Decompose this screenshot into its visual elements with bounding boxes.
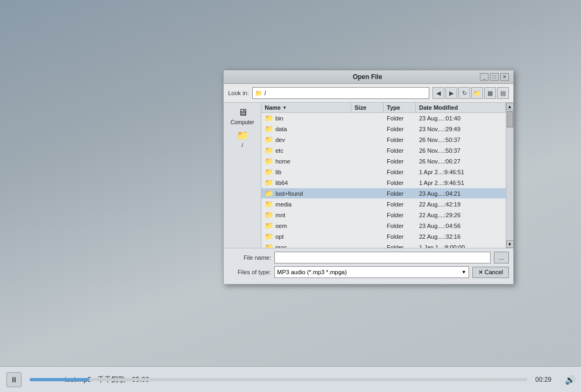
dialog-titlebar: Open File _ □ ✕ xyxy=(224,70,513,84)
file-type-cell: Folder xyxy=(384,199,416,209)
table-row[interactable]: 📁 proc Folder 1 Jan 1...:8:00:00 xyxy=(261,242,506,248)
col-type[interactable]: Type xyxy=(384,103,416,112)
file-name: lost+found xyxy=(275,190,303,197)
close-button[interactable]: ✕ xyxy=(500,73,509,81)
file-type-cell: Folder xyxy=(384,188,416,198)
view-icons-button[interactable]: ▦ xyxy=(484,87,496,99)
view-list-button[interactable]: ▤ xyxy=(497,87,509,99)
file-date: 1 Apr 2...:9:46:51 xyxy=(419,180,464,186)
file-date: 22 Aug....:42:19 xyxy=(419,201,460,208)
progress-bar[interactable] xyxy=(30,378,527,381)
sidebar-item-computer[interactable]: 🖥 Computer xyxy=(226,105,259,127)
table-row[interactable]: 📁 etc Folder 26 Nov....:50:37 xyxy=(261,145,506,156)
file-name: bin xyxy=(275,115,284,122)
title-buttons: _ □ ✕ xyxy=(480,73,509,81)
file-name-label: File name: xyxy=(228,254,271,261)
file-name: lib64 xyxy=(275,180,288,186)
col-date[interactable]: Date Modified xyxy=(416,103,506,112)
file-size-cell xyxy=(351,124,384,134)
file-name: proc xyxy=(275,244,287,248)
sidebar-item-root[interactable]: 📁 / xyxy=(226,127,259,151)
table-row[interactable]: 📁 opt Folder 22 Aug....:32:16 xyxy=(261,231,506,242)
table-row[interactable]: 📁 lib64 Folder 1 Apr 2...:9:46:51 xyxy=(261,177,506,188)
file-date: 23 Nov....:29:49 xyxy=(419,126,460,132)
file-size-cell xyxy=(351,156,384,166)
scroll-thumb[interactable] xyxy=(507,111,513,127)
table-row[interactable]: 📁 lib Folder 1 Apr 2...:9:46:51 xyxy=(261,167,506,177)
file-date: 26 Nov....:06:27 xyxy=(419,158,460,165)
file-name: media xyxy=(275,201,292,208)
col-size[interactable]: Size xyxy=(351,103,384,112)
file-type-cell: Folder xyxy=(384,242,416,248)
file-date: 23 Aug....:04:56 xyxy=(419,223,460,229)
file-type: Folder xyxy=(387,233,403,240)
table-row[interactable]: 📁 data Folder 23 Nov....:29:49 xyxy=(261,124,506,134)
dialog-body: 🖥 Computer 📁 / Name ▼ Size Type xyxy=(224,103,513,248)
play-pause-button[interactable]: ⏸ xyxy=(6,372,22,387)
folder-icon: 📁 xyxy=(265,232,273,240)
table-row[interactable]: 📁 dev Folder 26 Nov....:50:37 xyxy=(261,134,506,145)
scroll-up-button[interactable]: ▲ xyxy=(506,103,514,110)
table-row[interactable]: 📁 bin Folder 23 Aug....:01:40 xyxy=(261,113,506,124)
table-row[interactable]: 📁 media Folder 22 Aug....:42:19 xyxy=(261,199,506,210)
file-type-cell: Folder xyxy=(384,113,416,123)
time-display: 00:29 xyxy=(535,376,551,383)
computer-icon: 🖥 xyxy=(238,107,247,118)
file-name: home xyxy=(275,158,290,165)
file-date: 1 Apr 2...:9:46:51 xyxy=(419,169,464,175)
file-type-cell: Folder xyxy=(384,145,416,155)
pause-icon: ⏸ xyxy=(10,375,18,384)
look-in-combo[interactable]: 📁 / xyxy=(252,87,429,99)
sidebar-item-root-label: / xyxy=(242,142,243,148)
file-date-cell: 23 Aug....:04:21 xyxy=(416,188,506,198)
files-of-type-select[interactable]: MP3 audio (*.mp3 *.mpga) ▼ xyxy=(274,266,469,278)
sort-icon: ▼ xyxy=(282,105,287,110)
scroll-down-button[interactable]: ▼ xyxy=(506,240,514,248)
file-date-cell: 26 Nov....:06:27 xyxy=(416,156,506,166)
file-date-cell: 23 Aug....:01:40 xyxy=(416,113,506,123)
folder-icon: 📁 xyxy=(265,189,273,197)
restore-button[interactable]: □ xyxy=(490,73,499,81)
file-name-cell: 📁 media xyxy=(261,199,351,209)
file-size-cell xyxy=(351,113,384,123)
table-row[interactable]: 📁 oem Folder 23 Aug....:04:56 xyxy=(261,220,506,231)
file-type: Folder xyxy=(387,244,403,248)
reload-button[interactable]: ↻ xyxy=(458,87,470,99)
folder-icon: 📁 xyxy=(265,114,273,122)
volume-button[interactable]: 🔊 xyxy=(565,374,576,384)
file-name-cell: 📁 home xyxy=(261,156,351,166)
cancel-button[interactable]: ✕ Cancel xyxy=(472,267,509,278)
file-list-scroll[interactable]: 📁 bin Folder 23 Aug....:01:40 📁 data Fol… xyxy=(261,113,506,248)
table-row[interactable]: 📁 home Folder 26 Nov....:06:27 xyxy=(261,156,506,167)
file-type-value: MP3 audio (*.mp3 *.mpga) xyxy=(277,269,347,275)
file-date-cell: 26 Nov....:50:37 xyxy=(416,145,506,155)
minimize-button[interactable]: _ xyxy=(480,73,488,81)
file-type: Folder xyxy=(387,223,403,229)
file-type: Folder xyxy=(387,201,403,208)
folder-icon: 📁 xyxy=(265,146,273,154)
file-name-input[interactable] xyxy=(274,252,491,263)
file-name-cell: 📁 opt xyxy=(261,231,351,241)
nav-forward-button[interactable]: ▶ xyxy=(445,87,457,99)
table-row[interactable]: 📁 lost+found Folder 23 Aug....:04:21 xyxy=(261,188,506,199)
file-name: etc xyxy=(275,147,284,154)
file-size-cell xyxy=(351,199,384,209)
dialog-form: File name: … Files of type: MP3 audio (*… xyxy=(224,248,513,284)
file-date-cell: 22 Aug....:42:19 xyxy=(416,199,506,209)
file-name-row: File name: … xyxy=(228,252,509,263)
file-date-cell: 1 Apr 2...:9:46:51 xyxy=(416,177,506,188)
file-name-browse-button[interactable]: … xyxy=(494,252,509,263)
player-bar: ⏸ test.mp3 - 千千阙歌 - 05:00 00:29 🔊 xyxy=(0,366,581,392)
file-date-cell: 23 Nov....:29:49 xyxy=(416,124,506,134)
folder-icon: 📁 xyxy=(265,157,273,165)
file-type: Folder xyxy=(387,115,403,122)
file-type: Folder xyxy=(387,212,403,218)
open-file-dialog: Open File _ □ ✕ Look in: 📁 / ◀ ▶ ↻ 📁 ▦ ▤… xyxy=(223,70,514,284)
file-size-cell xyxy=(351,134,384,145)
new-folder-button[interactable]: 📁 xyxy=(471,87,483,99)
col-name[interactable]: Name ▼ xyxy=(261,103,351,112)
nav-back-button[interactable]: ◀ xyxy=(433,87,444,99)
table-row[interactable]: 📁 mnt Folder 22 Aug....:29:26 xyxy=(261,210,506,220)
folder-icon: 📁 xyxy=(265,211,273,219)
scrollbar-vertical[interactable]: ▲ ▼ xyxy=(506,103,513,248)
